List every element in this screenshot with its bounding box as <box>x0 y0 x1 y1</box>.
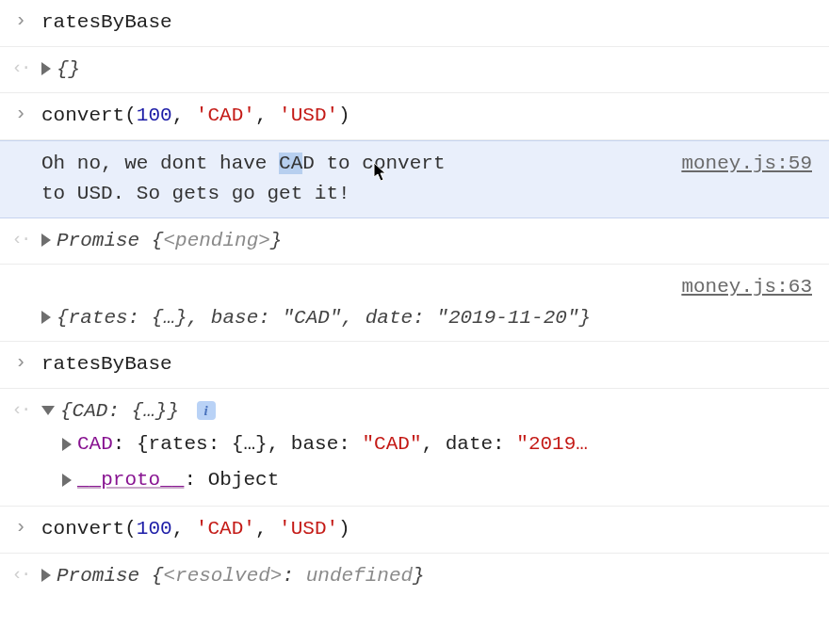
console-output-row: Promise {<resolved>: undefined} <box>0 554 829 600</box>
text-selection: CA <box>279 153 302 174</box>
console-log-row: money.js:59 Oh no, we dont have CAD to c… <box>0 140 829 218</box>
log-message[interactable]: money.js:59 Oh no, we dont have CAD to c… <box>41 147 829 212</box>
expand-icon[interactable] <box>41 233 51 247</box>
input-prompt-icon: › <box>0 347 41 373</box>
console-output-row: {CAD: {…}} i CAD: {rates: {…}, base: "CA… <box>0 389 829 507</box>
log-gutter <box>0 147 41 151</box>
input-prompt-icon: › <box>0 6 41 31</box>
return-icon <box>0 224 41 250</box>
expand-icon[interactable] <box>62 474 72 487</box>
expand-icon[interactable] <box>62 438 72 451</box>
console-input-row: › ratesByBase <box>0 342 829 389</box>
expand-icon[interactable] <box>41 569 51 582</box>
input-expression[interactable]: convert(100, 'CAD', 'USD') <box>41 99 829 134</box>
object-property-row[interactable]: CAD: {rates: {…}, base: "CAD", date: "20… <box>62 427 820 462</box>
expand-icon[interactable] <box>41 62 51 75</box>
log-object[interactable]: money.js:63 {rates: {…}, base: "CAD", da… <box>41 270 829 335</box>
input-expression[interactable]: ratesByBase <box>41 347 829 382</box>
source-link[interactable]: money.js:63 <box>41 272 812 303</box>
info-icon[interactable]: i <box>197 401 216 420</box>
output-value[interactable]: {CAD: {…}} i CAD: {rates: {…}, base: "CA… <box>41 394 829 500</box>
log-gutter <box>0 270 41 274</box>
input-prompt-icon: › <box>0 512 41 538</box>
source-link[interactable]: money.js:59 <box>681 149 812 180</box>
output-value[interactable]: {} <box>41 53 829 88</box>
input-expression[interactable]: convert(100, 'CAD', 'USD') <box>41 512 829 547</box>
object-proto-row[interactable]: __proto__: Object <box>62 462 820 498</box>
output-value[interactable]: Promise {<resolved>: undefined} <box>41 559 829 594</box>
console-output-row: Promise {<pending>} <box>0 218 829 266</box>
collapse-icon[interactable] <box>41 406 55 415</box>
console-log-row: money.js:63 {rates: {…}, base: "CAD", da… <box>0 265 829 342</box>
expand-icon[interactable] <box>41 311 51 324</box>
return-icon <box>0 394 41 420</box>
console-input-row: › convert(100, 'CAD', 'USD') <box>0 93 829 140</box>
console-input-row: › convert(100, 'CAD', 'USD') <box>0 507 829 554</box>
return-icon <box>0 53 41 78</box>
console-output-row: {} <box>0 47 829 94</box>
return-icon <box>0 559 41 585</box>
output-value[interactable]: Promise {<pending>} <box>41 224 829 259</box>
input-prompt-icon: › <box>0 99 41 124</box>
input-expression[interactable]: ratesByBase <box>41 6 829 40</box>
console-input-row: › ratesByBase <box>0 0 829 47</box>
